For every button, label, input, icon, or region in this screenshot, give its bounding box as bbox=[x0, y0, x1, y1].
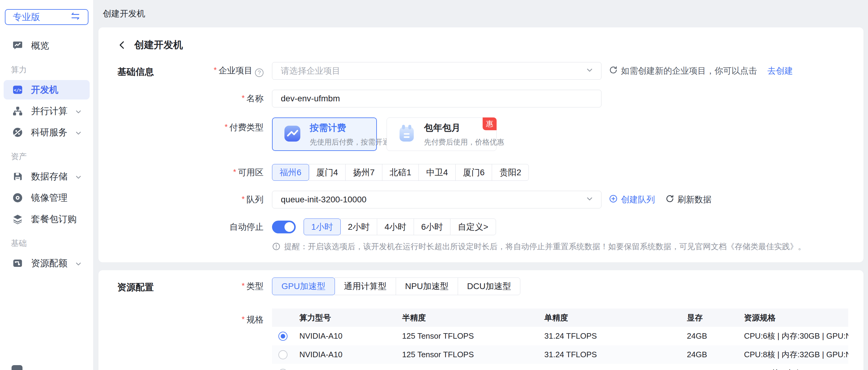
billing-option-ondemand[interactable]: 按需计费 先使用后付费，按需开通 bbox=[272, 117, 377, 151]
chevron-down-icon bbox=[74, 129, 82, 139]
refresh-icon[interactable] bbox=[665, 194, 674, 205]
queue-value: queue-init-3200-10000 bbox=[281, 195, 367, 204]
sidebar-item-label: 概览 bbox=[31, 39, 49, 52]
create-project-link[interactable]: 去创建 bbox=[767, 65, 793, 77]
version-label: 专业版 bbox=[13, 11, 40, 23]
svg-text:</>: </> bbox=[14, 88, 22, 92]
sidebar-item-label: 套餐包订购 bbox=[31, 213, 76, 225]
resource-config-card: 资源配置 类型 GPU加速型 通用计算型 NPU加速型 DCU加速型 bbox=[98, 270, 863, 370]
radio-unselected[interactable] bbox=[278, 350, 287, 359]
auto-stop-option[interactable]: 4小时 bbox=[377, 219, 414, 235]
type-options: GPU加速型 通用计算型 NPU加速型 DCU加速型 bbox=[272, 278, 520, 295]
quota-icon bbox=[12, 258, 23, 269]
spec-label: 规格 bbox=[199, 309, 272, 325]
cell-model: NVIDIA-A10 bbox=[294, 350, 397, 359]
cell-single-precision: 31.24 TFLOPS bbox=[539, 350, 681, 359]
zone-option[interactable]: 中卫4 bbox=[418, 164, 456, 181]
cell-half-precision: 125 Tensor TFLOPS bbox=[397, 350, 539, 359]
billing-option-subscription[interactable]: 包年包月 先付费后使用，价格优惠 惠 bbox=[386, 117, 497, 151]
sidebar-item-package[interactable]: 套餐包订购 bbox=[4, 209, 90, 229]
sidebar-item-label: 数据存储 bbox=[31, 170, 67, 183]
switch-version-icon[interactable] bbox=[70, 11, 81, 23]
version-switcher[interactable]: 专业版 bbox=[5, 9, 88, 25]
spec-table-row[interactable]: NVIDIA-A10 125 Tensor TFLOPS 31.24 TFLOP… bbox=[272, 327, 848, 345]
zone-option[interactable]: 贵阳2 bbox=[492, 164, 529, 181]
queue-select[interactable]: queue-init-3200-10000 bbox=[272, 191, 601, 208]
hint-text: 如需创建新的企业项目，你可以点击 bbox=[621, 65, 757, 77]
subscription-calendar-icon bbox=[397, 123, 417, 145]
storage-icon bbox=[12, 171, 23, 182]
auto-stop-tip: 提醒：开启该选项后，该开发机在运行时长超出所设定时长后，将自动停止并重置系统数据… bbox=[272, 241, 851, 252]
spec-table-row[interactable]: NVIDIA-A10 125 Tensor TFLOPS 31.24 TFLOP… bbox=[272, 364, 848, 370]
zone-option[interactable]: 厦门4 bbox=[309, 164, 346, 181]
col-header: 算力型号 bbox=[294, 312, 397, 323]
auto-stop-row: 自动停止 1小时 2小时 4小时 6小时 自定义> bbox=[199, 219, 851, 235]
spec-table-row[interactable]: NVIDIA-A10 125 Tensor TFLOPS 31.24 TFLOP… bbox=[272, 345, 848, 364]
type-option-gpu[interactable]: GPU加速型 bbox=[272, 278, 335, 295]
type-option-general[interactable]: 通用计算型 bbox=[335, 278, 396, 295]
sidebar-item-research[interactable]: 科研服务 bbox=[4, 123, 90, 142]
sidebar-item-parallel[interactable]: 并行计算 bbox=[4, 101, 90, 121]
basic-info-section: 基础信息 企业项目 请选择企业项目 bbox=[117, 62, 851, 252]
create-queue-link[interactable]: 创建队列 bbox=[621, 194, 655, 205]
cell-memory: 24GB bbox=[681, 368, 739, 370]
sidebar-item-overview[interactable]: 概览 bbox=[4, 36, 90, 55]
name-label: 名称 bbox=[199, 93, 272, 104]
enterprise-project-select[interactable]: 请选择企业项目 bbox=[272, 62, 601, 80]
cell-model: NVIDIA-A10 bbox=[294, 331, 397, 341]
sidebar-item-devmachine[interactable]: </> 开发机 bbox=[4, 80, 90, 99]
billing-option-title: 按需计费 bbox=[310, 122, 390, 134]
auto-stop-option[interactable]: 6小时 bbox=[414, 219, 451, 235]
help-icon[interactable] bbox=[255, 68, 264, 77]
radio-unselected[interactable] bbox=[278, 369, 287, 370]
zone-label: 可用区 bbox=[199, 167, 272, 178]
breadcrumb: 创建开发机 bbox=[117, 35, 851, 55]
sidebar-item-quota[interactable]: 资源配额 bbox=[4, 253, 90, 273]
page-header: 创建开发机 bbox=[94, 0, 868, 27]
radio-selected[interactable] bbox=[278, 332, 287, 341]
type-row: 类型 GPU加速型 通用计算型 NPU加速型 DCU加速型 bbox=[199, 278, 851, 295]
chevron-down-icon bbox=[585, 194, 594, 205]
spec-table-header: 算力型号 半精度 单精度 显存 资源规格 bbox=[272, 309, 848, 327]
sidebar-item-image-mgmt[interactable]: 镜像管理 bbox=[4, 188, 90, 207]
zone-option[interactable]: 北碚1 bbox=[382, 164, 419, 181]
research-icon bbox=[12, 127, 23, 138]
enterprise-project-hint: 如需创建新的企业项目，你可以点击 去创建 bbox=[609, 65, 793, 77]
cell-memory: 24GB bbox=[681, 350, 739, 359]
zone-option[interactable]: 扬州7 bbox=[345, 164, 382, 181]
plus-circle-icon[interactable] bbox=[609, 194, 618, 205]
cell-half-precision: 125 Tensor TFLOPS bbox=[397, 331, 539, 341]
auto-stop-label: 自动停止 bbox=[199, 221, 272, 233]
sidebar-item-label: 资源配额 bbox=[31, 257, 67, 269]
type-option-dcu[interactable]: DCU加速型 bbox=[458, 278, 521, 295]
card-title: 创建开发机 bbox=[134, 38, 183, 52]
zone-option[interactable]: 福州6 bbox=[272, 164, 309, 181]
back-icon[interactable] bbox=[117, 39, 128, 51]
sidebar-item-partial-icon bbox=[11, 365, 23, 370]
billing-label: 付费类型 bbox=[199, 117, 272, 133]
col-header: 资源规格 bbox=[739, 312, 848, 323]
billing-option-subtitle: 先付费后使用，价格优惠 bbox=[424, 137, 504, 147]
auto-stop-toggle[interactable] bbox=[272, 221, 296, 233]
name-row: 名称 bbox=[199, 90, 851, 107]
zone-option[interactable]: 厦门6 bbox=[455, 164, 492, 181]
refresh-data-link[interactable]: 刷新数据 bbox=[677, 194, 711, 205]
auto-stop-option[interactable]: 2小时 bbox=[340, 219, 377, 235]
billing-option-subtitle: 先使用后付费，按需开通 bbox=[310, 137, 390, 147]
refresh-icon[interactable] bbox=[609, 65, 618, 77]
type-label: 类型 bbox=[199, 281, 272, 292]
enterprise-project-label: 企业项目 bbox=[199, 65, 272, 77]
auto-stop-option-custom[interactable]: 自定义> bbox=[450, 219, 496, 235]
cell-model: NVIDIA-A10 bbox=[294, 368, 397, 370]
type-option-npu[interactable]: NPU加速型 bbox=[396, 278, 458, 295]
sidebar-item-storage[interactable]: 数据存储 bbox=[4, 167, 90, 186]
cell-single-precision: 31.24 TFLOPS bbox=[539, 368, 681, 370]
zone-row: 可用区 福州6 厦门4 扬州7 北碚1 中卫4 厦门6 贵阳2 bbox=[199, 164, 851, 181]
auto-stop-option[interactable]: 1小时 bbox=[304, 219, 341, 235]
overview-icon bbox=[12, 40, 23, 51]
name-input[interactable] bbox=[281, 94, 594, 104]
sidebar-item-label: 开发机 bbox=[31, 84, 58, 96]
col-header: 显存 bbox=[681, 312, 739, 323]
spec-row: 规格 算力型号 半精度 单精度 显存 资源规格 bbox=[199, 309, 851, 370]
cell-resources: CPU:6核 | 内存:30GB | GPU:NVIDIA-A10 * 1 bbox=[739, 331, 848, 341]
